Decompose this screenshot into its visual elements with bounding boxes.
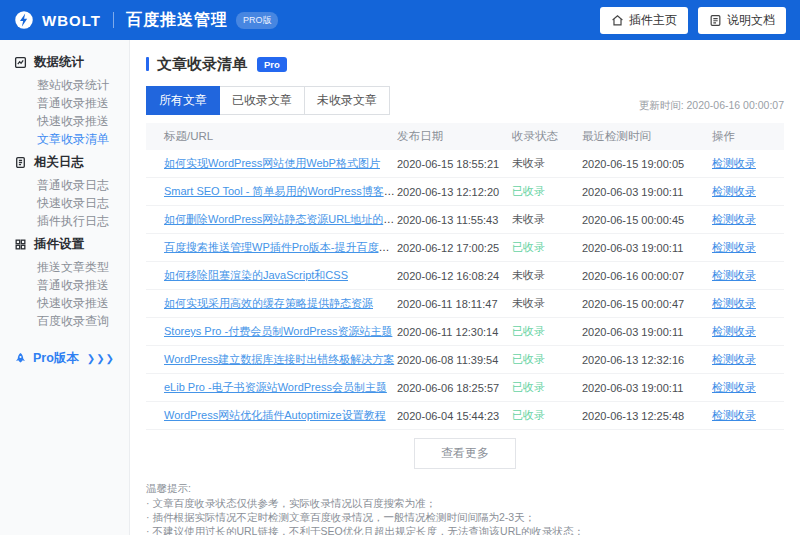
table-row: 百度搜索推送管理WP插件Pro版本-提升百度收录效率 2020-06-12 17… xyxy=(146,234,784,262)
tips-panel: 温馨提示: 文章百度收录状态仅供参考，实际收录情况以百度搜索为准；插件根据实际情… xyxy=(146,481,784,535)
publish-date: 2020-06-04 15:44:23 xyxy=(397,410,512,422)
last-check-time: 2020-06-03 19:00:11 xyxy=(582,382,712,394)
last-check-time: 2020-06-15 00:00:47 xyxy=(582,298,712,310)
check-index-link[interactable]: 检测收录 xyxy=(712,213,756,225)
table-row: WordPress建立数据库连接时出错终极解决方案 2020-06-08 11:… xyxy=(146,346,784,374)
index-status-badge: 未收录 xyxy=(512,296,582,311)
publish-date: 2020-06-06 18:25:57 xyxy=(397,382,512,394)
last-check-time: 2020-06-03 19:00:11 xyxy=(582,186,712,198)
check-index-link[interactable]: 检测收录 xyxy=(712,381,756,393)
check-index-link[interactable]: 检测收录 xyxy=(712,409,756,421)
title-accent-bar xyxy=(146,57,149,71)
check-index-link[interactable]: 检测收录 xyxy=(712,269,756,281)
sidebar-section-header: 插件设置 xyxy=(0,230,129,258)
sidebar-section: 相关日志 普通收录日志快速收录日志插件执行日志 xyxy=(0,148,129,230)
table-body: 如何实现WordPress网站使用WebP格式图片 2020-06-15 18:… xyxy=(146,150,784,430)
article-title-link[interactable]: 如何删除WordPress网站静态资源URL地址的查询字符串 xyxy=(164,213,397,225)
article-title-link[interactable]: Storeys Pro -付费会员制WordPress资源站主题 xyxy=(164,325,392,337)
sidebar-item-link[interactable]: 快速收录推送 xyxy=(0,112,129,130)
check-index-link[interactable]: 检测收录 xyxy=(712,157,756,169)
toolbar: 所有文章已收录文章未收录文章 更新时间: 2020-06-16 00:00:07 xyxy=(146,86,784,115)
sidebar-item-link[interactable]: 普通收录推送 xyxy=(0,94,129,112)
sidebar-item-link[interactable]: 普通收录推送 xyxy=(0,276,129,294)
sidebar-item-link[interactable]: 整站收录统计 xyxy=(0,76,129,94)
column-header: 操作 xyxy=(712,129,784,144)
sidebar: 数据统计 整站收录统计普通收录推送快速收录推送文章收录清单 相关日志 普通收录日… xyxy=(0,40,130,535)
sidebar-item-link[interactable]: 快速收录日志 xyxy=(0,194,129,212)
last-check-time: 2020-06-13 12:25:48 xyxy=(582,410,712,422)
publish-date: 2020-06-11 18:11:47 xyxy=(397,298,512,310)
article-title-link[interactable]: 百度搜索推送管理WP插件Pro版本-提升百度收录效率 xyxy=(164,241,397,253)
publish-date: 2020-06-15 18:55:21 xyxy=(397,158,512,170)
tip-item: 文章百度收录状态仅供参考，实际收录情况以百度搜索为准； xyxy=(146,496,784,510)
sidebar-item-link[interactable]: 百度收录查询 xyxy=(0,312,129,330)
page-title: 文章收录清单 xyxy=(157,55,247,74)
check-index-link[interactable]: 检测收录 xyxy=(712,325,756,337)
table-header-row: 标题/URL发布日期收录状态最近检测时间操作 xyxy=(146,123,784,150)
sidebar-section-header: 数据统计 xyxy=(0,48,129,76)
table-row: WordPress网站优化插件Autoptimize设置教程 2020-06-0… xyxy=(146,402,784,430)
doc-icon xyxy=(709,14,722,27)
chart-icon xyxy=(14,56,27,69)
sidebar-item-link[interactable]: 普通收录日志 xyxy=(0,176,129,194)
topbar-button[interactable]: 说明文档 xyxy=(698,7,786,34)
index-status-badge: 已收录 xyxy=(512,352,582,367)
table-row: Storeys Pro -付费会员制WordPress资源站主题 2020-06… xyxy=(146,318,784,346)
table-row: Smart SEO Tool - 简单易用的WordPress博客SEO优化插件… xyxy=(146,178,784,206)
column-header: 最近检测时间 xyxy=(582,129,712,144)
grid-icon xyxy=(14,238,27,251)
load-more-button[interactable]: 查看更多 xyxy=(414,438,516,469)
article-title-link[interactable]: 如何移除阻塞渲染的JavaScript和CSS xyxy=(164,269,348,281)
table-row: 如何移除阻塞渲染的JavaScript和CSS 2020-06-12 16:08… xyxy=(146,262,784,290)
last-check-time: 2020-06-15 19:00:05 xyxy=(582,158,712,170)
index-status-badge: 未收录 xyxy=(512,156,582,171)
sidebar-item-link[interactable]: 插件执行日志 xyxy=(0,212,129,230)
table-row: eLib Pro -电子书资源站WordPress会员制主题 2020-06-0… xyxy=(146,374,784,402)
check-index-link[interactable]: 检测收录 xyxy=(712,241,756,253)
publish-date: 2020-06-13 11:55:43 xyxy=(397,214,512,226)
sidebar-pro-version[interactable]: Pro版本❯❯❯ xyxy=(0,346,129,371)
index-status-badge: 未收录 xyxy=(512,212,582,227)
column-header: 发布日期 xyxy=(397,129,512,144)
tips-list: 文章百度收录状态仅供参考，实际收录情况以百度搜索为准；插件根据实际情况不定时检测… xyxy=(146,496,784,535)
filter-tab[interactable]: 未收录文章 xyxy=(304,86,390,115)
sidebar-item-link[interactable]: 快速收录推送 xyxy=(0,294,129,312)
sidebar-section-header: 相关日志 xyxy=(0,148,129,176)
index-status-badge: 已收录 xyxy=(512,408,582,423)
app-window: WBOLT 百度推送管理 PRO版 插件主页 说明文档 数据统计 整站收录统计普… xyxy=(0,0,800,535)
index-status-badge: 已收录 xyxy=(512,184,582,199)
article-table: 标题/URL发布日期收录状态最近检测时间操作 如何实现WordPress网站使用… xyxy=(146,123,784,430)
table-row: 如何删除WordPress网站静态资源URL地址的查询字符串 2020-06-1… xyxy=(146,206,784,234)
check-index-link[interactable]: 检测收录 xyxy=(712,185,756,197)
article-title-link[interactable]: 如何实现采用高效的缓存策略提供静态资源 xyxy=(164,297,373,309)
publish-date: 2020-06-12 16:08:24 xyxy=(397,270,512,282)
sidebar-section: 插件设置 推送文章类型普通收录推送快速收录推送百度收录查询 xyxy=(0,230,129,330)
index-status-badge: 已收录 xyxy=(512,240,582,255)
tips-title: 温馨提示: xyxy=(146,481,784,495)
check-index-link[interactable]: 检测收录 xyxy=(712,297,756,309)
sidebar-item-active[interactable]: 文章收录清单 xyxy=(0,130,129,148)
table-row: 如何实现WordPress网站使用WebP格式图片 2020-06-15 18:… xyxy=(146,150,784,178)
filter-tabs: 所有文章已收录文章未收录文章 xyxy=(146,86,390,115)
pro-version-badge: PRO版 xyxy=(236,12,279,29)
article-title-link[interactable]: 如何实现WordPress网站使用WebP格式图片 xyxy=(164,157,380,169)
filter-tab[interactable]: 所有文章 xyxy=(146,86,220,115)
article-title-link[interactable]: WordPress建立数据库连接时出错终极解决方案 xyxy=(164,353,394,365)
page-head: 文章收录清单 Pro xyxy=(146,54,784,74)
topbar-button[interactable]: 插件主页 xyxy=(600,7,688,34)
last-check-time: 2020-06-16 00:00:07 xyxy=(582,270,712,282)
last-check-time: 2020-06-03 19:00:11 xyxy=(582,326,712,338)
bolt-logo-icon xyxy=(14,10,34,30)
pro-version-label: Pro版本 xyxy=(33,350,79,367)
check-index-link[interactable]: 检测收录 xyxy=(712,353,756,365)
article-title-link[interactable]: Smart SEO Tool - 简单易用的WordPress博客SEO优化插件 xyxy=(164,185,397,197)
index-status-badge: 已收录 xyxy=(512,380,582,395)
tip-item: 不建议使用过长的URL链接，不利于SEO优化且超出规定长度，无法查询该URL的收… xyxy=(146,524,784,535)
update-time: 更新时间: 2020-06-16 00:00:07 xyxy=(639,99,784,115)
column-header: 收录状态 xyxy=(512,129,582,144)
article-title-link[interactable]: eLib Pro -电子书资源站WordPress会员制主题 xyxy=(164,381,387,393)
filter-tab[interactable]: 已收录文章 xyxy=(219,86,305,115)
sidebar-item-link[interactable]: 推送文章类型 xyxy=(0,258,129,276)
article-title-link[interactable]: WordPress网站优化插件Autoptimize设置教程 xyxy=(164,409,386,421)
chevron-right-icon: ❯❯❯ xyxy=(87,353,115,364)
